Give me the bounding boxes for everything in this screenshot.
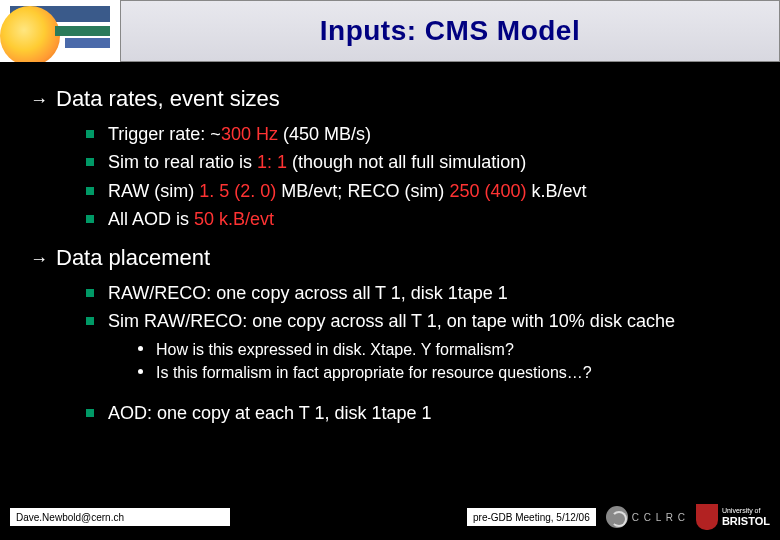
title-bar: Inputs: CMS Model: [120, 0, 780, 62]
sub-list-item: Is this formalism in fact appropriate fo…: [138, 361, 750, 385]
list-item: Sim to real ratio is 1: 1 (though not al…: [86, 148, 750, 176]
footer-meeting: pre-GDB Meeting, 5/12/06: [467, 508, 596, 526]
cclrc-logo: C C L R C: [606, 506, 686, 528]
cclrc-label: C C L R C: [632, 512, 686, 523]
header: CMS Inputs: CMS Model: [0, 0, 780, 66]
list-item: RAW/RECO: one copy across all T 1, disk …: [86, 279, 750, 307]
list-item: Sim RAW/RECO: one copy across all T 1, o…: [86, 307, 750, 390]
list-item: All AOD is 50 k.B/evt: [86, 205, 750, 233]
section-heading-1: → Data rates, event sizes: [30, 86, 750, 112]
sub-bullet-list: How is this expressed in disk. Xtape. Y …: [138, 338, 750, 385]
list-item: AOD: one copy at each T 1, disk 1tape 1: [86, 399, 750, 427]
bullet-list-2: RAW/RECO: one copy across all T 1, disk …: [86, 279, 750, 427]
arrow-icon: →: [30, 249, 56, 270]
cms-logo-box: CMS: [0, 0, 120, 62]
university-name: BRISTOL: [722, 515, 770, 527]
footer: Dave.Newbold@cern.ch pre-GDB Meeting, 5/…: [0, 504, 780, 530]
university-small: University of: [722, 507, 770, 515]
list-item: Trigger rate: ~300 Hz (450 MB/s): [86, 120, 750, 148]
cms-logo: CMS: [10, 6, 110, 56]
slide-content: → Data rates, event sizes Trigger rate: …: [0, 66, 780, 427]
bristol-logo: University of BRISTOL: [696, 504, 770, 530]
page-title: Inputs: CMS Model: [320, 15, 580, 47]
list-item: RAW (sim) 1. 5 (2. 0) MB/evt; RECO (sim)…: [86, 177, 750, 205]
arrow-icon: →: [30, 90, 56, 111]
sub-list-item: How is this expressed in disk. Xtape. Y …: [138, 338, 750, 362]
heading-text: Data placement: [56, 245, 210, 271]
footer-email: Dave.Newbold@cern.ch: [10, 508, 230, 526]
section-heading-2: → Data placement: [30, 245, 750, 271]
bullet-list-1: Trigger rate: ~300 Hz (450 MB/s) Sim to …: [86, 120, 750, 233]
cclrc-icon: [606, 506, 628, 528]
heading-text: Data rates, event sizes: [56, 86, 280, 112]
bristol-crest-icon: [696, 504, 718, 530]
